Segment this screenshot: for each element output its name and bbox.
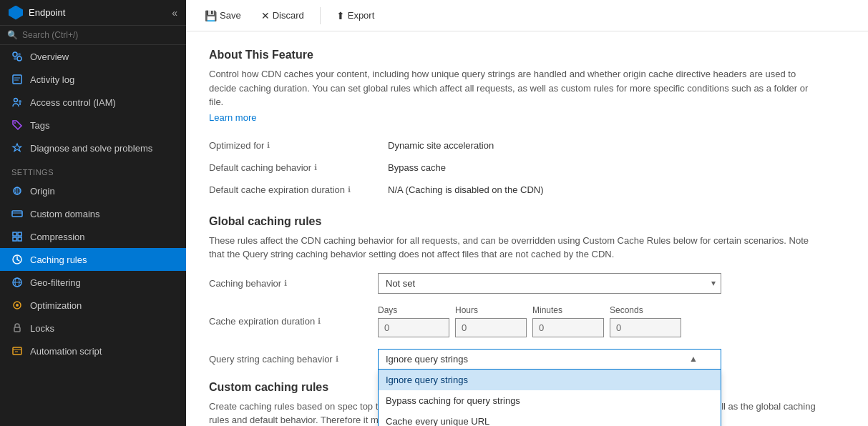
svg-rect-19 <box>18 237 21 241</box>
svg-point-7 <box>14 99 18 102</box>
sidebar-item-overview[interactable]: Overview <box>0 45 186 68</box>
query-string-info-icon[interactable]: ℹ <box>336 355 338 364</box>
sidebar-item-activity-label: Activity log <box>30 74 74 85</box>
collapse-sidebar-button[interactable]: « <box>172 7 177 19</box>
search-input[interactable] <box>22 30 179 40</box>
sidebar-item-locks-label: Locks <box>30 323 54 334</box>
optimized-for-info-icon[interactable]: ℹ <box>267 141 270 150</box>
cache-expiry-label: Cache expiration duration ℹ <box>209 316 366 327</box>
sidebar-item-access-label: Access control (IAM) <box>30 97 116 108</box>
info-grid: Optimized for ℹ Dynamic site acceleratio… <box>209 134 845 201</box>
discard-button[interactable]: ✕ Discard <box>254 7 311 24</box>
hours-input[interactable] <box>455 318 527 337</box>
svg-rect-16 <box>13 232 16 236</box>
tags-icon <box>11 119 23 131</box>
save-button[interactable]: 💾 Save <box>198 7 248 24</box>
custom-rules-desc-part1: Create caching rules based on spec <box>209 401 357 412</box>
sidebar-item-activity-log[interactable]: Activity log <box>0 68 186 91</box>
cache-expiry-info-icon[interactable]: ℹ <box>318 317 321 326</box>
svg-point-8 <box>19 100 21 103</box>
optimized-for-value: Dynamic site acceleration <box>388 134 845 157</box>
compression-icon <box>11 231 23 242</box>
sidebar-item-origin[interactable]: Origin <box>0 179 186 202</box>
svg-rect-4 <box>13 75 21 84</box>
caching-behavior-info-icon[interactable]: ℹ <box>284 279 287 288</box>
seconds-label: Seconds <box>610 305 681 315</box>
sidebar-item-geo-filtering[interactable]: Geo-filtering <box>0 271 186 294</box>
dropdown-option-ignore[interactable]: Ignore query strings <box>379 370 721 390</box>
export-button[interactable]: ⬆ Export <box>329 7 382 24</box>
global-rules-desc: These rules affect the CDN caching behav… <box>209 234 824 262</box>
hours-field: Hours <box>455 305 527 337</box>
sidebar-item-custom-domains[interactable]: Custom domains <box>0 202 186 225</box>
sidebar-item-compression-label: Compression <box>30 232 85 242</box>
sidebar-item-automation-label: Automation script <box>30 346 102 357</box>
dropdown-option-bypass[interactable]: Bypass caching for query strings <box>379 390 721 411</box>
sidebar-item-tags[interactable]: Tags <box>0 114 186 137</box>
caching-behavior-label: Caching behavior ℹ <box>209 278 366 289</box>
default-expiry-label: Default cache expiration duration ℹ <box>209 179 388 201</box>
sidebar-item-optimization-label: Optimization <box>30 300 82 311</box>
sidebar-item-access-control[interactable]: Access control (IAM) <box>0 91 186 114</box>
toolbar: 💾 Save ✕ Discard ⬆ Export <box>186 0 868 31</box>
search-box[interactable]: 🔍 <box>0 26 186 45</box>
dropdown-option-cache-unique[interactable]: Cache every unique URL <box>379 411 721 427</box>
sidebar-item-caching-rules[interactable]: Caching rules <box>0 248 186 271</box>
query-string-selected-value: Ignore query strings <box>386 354 468 365</box>
svg-point-3 <box>14 57 16 60</box>
discard-icon: ✕ <box>261 10 270 21</box>
minutes-field: Minutes <box>532 305 604 337</box>
automation-icon <box>11 345 23 357</box>
hours-label: Hours <box>455 305 527 315</box>
export-icon: ⬆ <box>336 10 345 21</box>
sidebar-item-diagnose[interactable]: Diagnose and solve problems <box>0 137 186 159</box>
sidebar-item-locks[interactable]: Locks <box>0 317 186 340</box>
query-string-dropdown-field[interactable]: Ignore query strings ▲ <box>378 349 721 370</box>
overview-icon <box>11 51 23 62</box>
minutes-input[interactable] <box>532 318 604 337</box>
default-expiry-info-icon[interactable]: ℹ <box>348 185 351 194</box>
minutes-label: Minutes <box>532 305 604 315</box>
days-input[interactable] <box>378 318 449 337</box>
default-expiry-value: N/A (Caching is disabled on the CDN) <box>388 179 845 201</box>
sidebar-item-optimization[interactable]: Optimization <box>0 294 186 317</box>
sidebar-item-overview-label: Overview <box>30 51 69 62</box>
caching-behavior-row: Caching behavior ℹ Not set ▾ <box>209 273 845 294</box>
global-rules-title: Global caching rules <box>209 215 845 228</box>
days-field: Days <box>378 305 449 337</box>
sidebar: Endpoint « 🔍 Overview Activity log <box>0 0 186 426</box>
access-control-icon <box>11 96 23 108</box>
sidebar-item-geo-label: Geo-filtering <box>30 277 81 288</box>
svg-rect-27 <box>13 347 21 355</box>
svg-rect-18 <box>13 237 16 241</box>
about-title: About This Feature <box>209 49 845 61</box>
sidebar-item-diagnose-label: Diagnose and solve problems <box>30 143 152 154</box>
content-area: About This Feature Control how CDN cache… <box>186 31 868 426</box>
query-string-dropdown-wrapper: Ignore query strings ▲ Ignore query stri… <box>378 349 721 370</box>
sidebar-item-automation[interactable]: Automation script <box>0 340 186 362</box>
optimized-for-label: Optimized for ℹ <box>209 134 388 157</box>
search-icon: 🔍 <box>7 30 18 40</box>
learn-more-link[interactable]: Learn more <box>209 112 256 123</box>
svg-point-1 <box>17 56 21 61</box>
query-string-label: Query string caching behavior ℹ <box>209 354 366 365</box>
cache-expiry-row: Cache expiration duration ℹ Days Hours M… <box>209 305 845 337</box>
caching-behavior-select[interactable]: Not set <box>378 273 721 294</box>
settings-section-label: SETTINGS <box>0 159 186 179</box>
custom-domains-icon <box>11 208 23 219</box>
app-title: Endpoint <box>29 7 65 18</box>
seconds-input[interactable] <box>610 318 681 337</box>
origin-icon <box>11 185 23 197</box>
svg-point-10 <box>14 122 16 124</box>
svg-rect-17 <box>18 232 21 236</box>
optimization-icon <box>11 299 23 311</box>
toolbar-divider <box>320 7 321 24</box>
main-panel: 💾 Save ✕ Discard ⬆ Export About This Fea… <box>186 0 868 426</box>
default-caching-info-icon[interactable]: ℹ <box>314 163 317 172</box>
duration-group: Days Hours Minutes Seconds <box>378 305 681 337</box>
sidebar-item-compression[interactable]: Compression <box>0 225 186 248</box>
days-label: Days <box>378 305 449 315</box>
svg-point-2 <box>18 53 21 56</box>
svg-point-25 <box>16 304 19 307</box>
about-desc: Control how CDN caches your content, inc… <box>209 67 824 109</box>
